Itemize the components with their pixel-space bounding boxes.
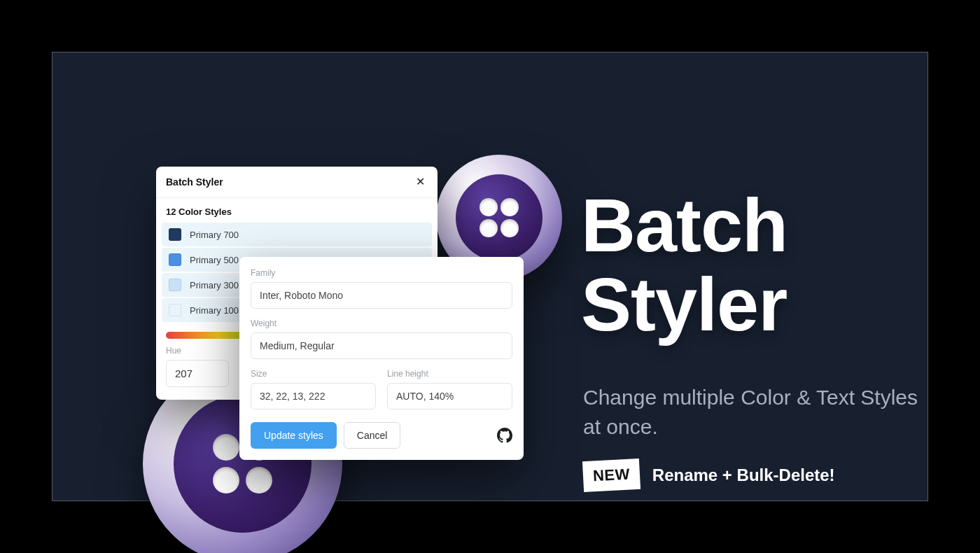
- color-style-label: Primary 300: [190, 280, 239, 290]
- size-input[interactable]: [251, 383, 376, 410]
- color-style-label: Primary 700: [190, 230, 239, 240]
- new-feature-text: Rename + Bulk-Delete!: [652, 465, 835, 485]
- color-swatch: [169, 279, 181, 291]
- hero-title: Batch Styler: [581, 186, 788, 344]
- hero-subtitle: Change multiple Color & Text Styles at o…: [583, 383, 933, 442]
- family-label: Family: [251, 268, 512, 278]
- new-badge: NEW: [582, 458, 640, 492]
- update-styles-button[interactable]: Update styles: [251, 422, 337, 449]
- family-input[interactable]: [251, 282, 512, 309]
- panel-title: Batch Styler: [166, 176, 223, 188]
- color-style-item[interactable]: Primary 700: [162, 223, 432, 246]
- cancel-button[interactable]: Cancel: [344, 422, 401, 449]
- color-swatch: [169, 253, 181, 266]
- size-label: Size: [251, 369, 376, 379]
- github-icon[interactable]: [497, 428, 512, 443]
- close-icon[interactable]: ✕: [413, 175, 428, 189]
- typography-panel: Family Weight Size Line height Update st…: [239, 257, 524, 460]
- color-swatch: [169, 228, 181, 241]
- hue-input[interactable]: [166, 360, 229, 387]
- color-style-label: Primary 100: [190, 305, 239, 316]
- hero-title-line2: Styler: [581, 265, 788, 344]
- lineheight-input[interactable]: [387, 383, 512, 410]
- weight-input[interactable]: [251, 332, 512, 359]
- panel-header: Batch Styler ✕: [156, 167, 438, 198]
- color-style-label: Primary 500: [190, 255, 239, 265]
- promo-frame: Batch Styler Change multiple Color & Tex…: [52, 52, 928, 501]
- lineheight-label: Line height: [387, 369, 512, 379]
- color-swatch: [169, 304, 181, 316]
- weight-label: Weight: [251, 318, 512, 328]
- hero-new-row: NEW Rename + Bulk-Delete!: [583, 460, 835, 491]
- hero-title-line1: Batch: [581, 186, 788, 265]
- color-styles-count: 12 Color Styles: [156, 198, 438, 223]
